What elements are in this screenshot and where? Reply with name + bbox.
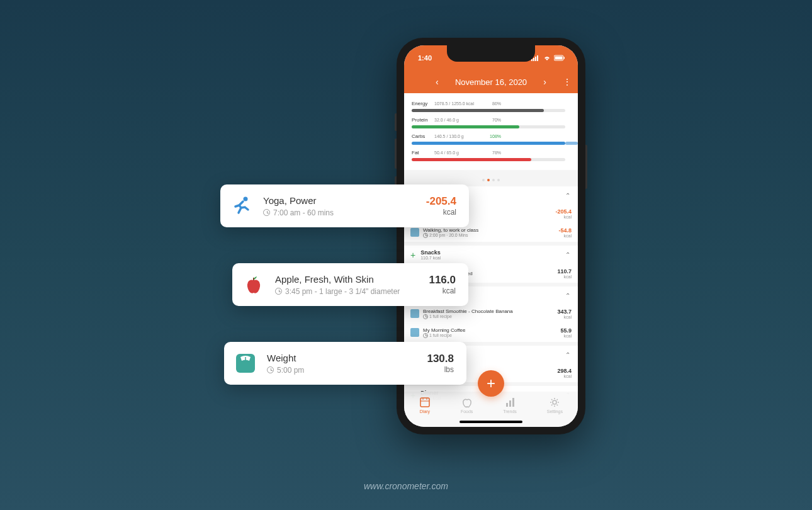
item-icon [410, 328, 419, 337]
card-title: Yoga, Power [263, 195, 426, 206]
section-header[interactable]: + Snacks 110.7 kcal ⌃ [404, 246, 578, 264]
add-icon[interactable]: + [410, 250, 415, 260]
chevron-up-icon[interactable]: ⌃ [565, 292, 570, 299]
svg-rect-8 [410, 228, 419, 237]
nav-settings[interactable]: Settings [547, 397, 563, 414]
macro-summary-panel: Energy 1078.5 / 1255.0 kcal 86% Protein … [404, 93, 578, 170]
svg-rect-10 [410, 309, 419, 318]
svg-rect-11 [410, 328, 419, 337]
add-entry-fab[interactable]: + [478, 370, 504, 397]
svg-point-20 [553, 400, 556, 404]
nav-label: Settings [547, 409, 563, 414]
card-title: Weight [267, 353, 427, 363]
card-subtitle: 7:00 am - 60 mins [263, 208, 426, 217]
item-title: Breakfast Smoothie - Chocolate Banana [423, 309, 557, 314]
clock-icon [275, 288, 282, 295]
svg-rect-3 [537, 55, 538, 61]
macro-percent: 70% [485, 118, 501, 122]
item-unit: kcal [557, 315, 572, 319]
item-value: -205.4 [555, 208, 572, 215]
nav-icon [419, 397, 431, 408]
diary-item[interactable]: Breakfast Smoothie - Chocolate Banana 1 … [404, 304, 578, 323]
section-subtitle: 110.7 kcal [420, 256, 441, 260]
macro-value: 32.0 / 46.0 g [434, 118, 485, 122]
item-subtitle: 1 full recipe [423, 314, 557, 319]
biometric-card-weight[interactable]: Weight 5:00 pm 130.8 lbs [224, 342, 466, 385]
card-value: -205.4 [426, 195, 456, 208]
card-subtitle: 5:00 pm [267, 366, 427, 375]
chevron-up-icon[interactable]: ⌃ [565, 251, 570, 258]
clock-icon [263, 209, 270, 216]
header-date[interactable]: November 16, 2020 [455, 77, 527, 87]
clock-icon [423, 233, 428, 238]
phone-notch [447, 45, 535, 62]
macro-row: Carbs 140.5 / 130.0 g 108% [412, 131, 570, 142]
nav-trends[interactable]: Trends [503, 397, 517, 414]
svg-rect-5 [555, 57, 563, 60]
item-subtitle: 1 full recipe [423, 333, 560, 338]
scale-icon [233, 351, 258, 376]
svg-rect-19 [512, 398, 514, 407]
nav-diary[interactable]: Diary [419, 397, 431, 414]
card-unit: kcal [429, 286, 456, 295]
date-header: ‹ November 16, 2020 › ⋮ [404, 71, 578, 93]
item-unit: kcal [557, 374, 572, 378]
macro-value: 50.4 / 65.0 g [434, 150, 485, 155]
nav-label: Diary [420, 409, 430, 414]
footer-url: www.cronometer.com [364, 481, 448, 491]
header-menu-button[interactable]: ⋮ [563, 77, 572, 87]
item-unit: kcal [560, 334, 572, 338]
status-icons [531, 55, 565, 61]
svg-rect-22 [253, 278, 254, 280]
svg-rect-18 [509, 400, 511, 407]
item-unit: kcal [555, 215, 572, 219]
macro-percent: 86% [485, 101, 501, 106]
item-unit: kcal [558, 234, 572, 238]
svg-rect-0 [531, 59, 533, 61]
nav-foods[interactable]: Foods [461, 397, 473, 414]
chevron-up-icon[interactable]: ⌃ [565, 351, 570, 358]
clock-icon [267, 366, 274, 373]
phone-volume-up [395, 139, 397, 169]
battery-icon [554, 55, 565, 61]
macro-bar [412, 109, 565, 112]
macro-row: Protein 32.0 / 46.0 g 70% [412, 115, 570, 125]
item-unit: kcal [557, 275, 572, 279]
status-time: 1:40 [418, 54, 432, 62]
svg-rect-1 [533, 58, 534, 61]
phone-power-button [585, 145, 587, 189]
item-value: 55.9 [560, 327, 572, 334]
nav-icon [549, 397, 560, 408]
clock-icon [423, 314, 428, 319]
prev-day-button[interactable]: ‹ [436, 77, 439, 87]
diary-item[interactable]: My Morning Coffee 1 full recipe 55.9 kca… [404, 323, 578, 342]
macro-percent: 108% [485, 134, 501, 139]
macro-bar [412, 142, 565, 145]
activity-card-yoga[interactable]: Yoga, Power 7:00 am - 60 mins -205.4 kca… [220, 184, 469, 227]
item-icon [410, 228, 419, 237]
chevron-up-icon[interactable]: ⌃ [565, 192, 570, 199]
svg-point-21 [244, 197, 248, 201]
nav-icon [504, 397, 516, 408]
card-value: 116.0 [429, 274, 456, 286]
macro-value: 1078.5 / 1255.0 kcal [434, 101, 485, 106]
phone-side-button [395, 113, 397, 131]
macro-bar [412, 125, 565, 128]
macro-label: Protein [412, 117, 434, 123]
apple-icon [241, 272, 266, 297]
food-card-apple[interactable]: Apple, Fresh, With Skin 3:45 pm - 1 larg… [232, 263, 468, 306]
svg-rect-17 [506, 403, 508, 407]
item-title: My Morning Coffee [423, 327, 560, 333]
item-value: -54.8 [558, 227, 572, 234]
item-value: 343.7 [557, 309, 572, 315]
next-day-button[interactable]: › [543, 77, 546, 87]
svg-rect-13 [420, 398, 429, 407]
macro-label: Fat [412, 150, 434, 156]
card-value: 130.8 [427, 353, 454, 365]
svg-rect-2 [535, 57, 536, 61]
item-subtitle: 2:00 pm · 20.0 Mins [423, 233, 558, 238]
card-unit: lbs [427, 365, 454, 374]
running-icon [229, 193, 254, 218]
home-indicator[interactable] [460, 421, 522, 423]
macro-label: Energy [412, 101, 434, 106]
